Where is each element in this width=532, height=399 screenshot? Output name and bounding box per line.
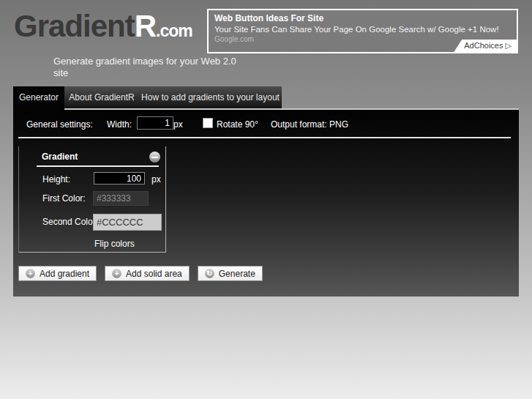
site-tagline: Generate gradient images for your Web 2.… bbox=[53, 56, 240, 80]
gradient-section: Gradient Height: px First Color: Second … bbox=[18, 146, 166, 253]
settings-separator bbox=[18, 137, 511, 138]
minus-bar bbox=[151, 157, 158, 158]
add-gradient-label: Add gradient bbox=[40, 269, 89, 279]
add-solid-area-label: Add solid area bbox=[126, 269, 182, 279]
gradient-section-title: Gradient bbox=[42, 152, 78, 162]
width-label: Width: bbox=[107, 119, 132, 130]
flip-colors-link[interactable]: Flip colors bbox=[94, 239, 135, 249]
tab-howto[interactable]: How to add gradients to your layout bbox=[139, 86, 282, 108]
add-gradient-button[interactable]: + Add gradient bbox=[18, 266, 97, 281]
tab-about[interactable]: About GradientR bbox=[64, 86, 139, 108]
second-color-label: Second Color: bbox=[42, 217, 98, 227]
tab-bar: Generator About GradientR How to add gra… bbox=[13, 86, 282, 108]
plus-icon: + bbox=[112, 269, 121, 278]
generate-button[interactable]: ↻ Generate bbox=[198, 266, 263, 281]
adchoices-button[interactable]: AdChoices ▷ bbox=[454, 40, 517, 52]
generate-label: Generate bbox=[219, 269, 255, 279]
gradient-title-underline bbox=[37, 165, 159, 167]
refresh-icon: ↻ bbox=[205, 269, 214, 278]
height-input[interactable] bbox=[94, 172, 145, 184]
height-label: Height: bbox=[42, 174, 70, 184]
action-buttons: + Add gradient + Add solid area ↻ Genera… bbox=[18, 266, 263, 281]
adchoices-icon: ▷ bbox=[506, 41, 512, 50]
first-color-label: First Color: bbox=[42, 193, 86, 204]
generator-panel: General settings: Width: px Rotate 90° O… bbox=[13, 108, 519, 297]
width-input[interactable] bbox=[137, 116, 173, 130]
add-solid-area-button[interactable]: + Add solid area bbox=[105, 266, 190, 281]
ad-body-text: Your Site Fans Can Share Your Page On Go… bbox=[209, 23, 517, 34]
output-format-label: Output format: PNG bbox=[271, 119, 348, 130]
logo-part-gradient: Gradient bbox=[14, 9, 135, 43]
tab-generator[interactable]: Generator bbox=[13, 86, 64, 111]
collapse-icon[interactable] bbox=[149, 152, 160, 163]
plus-icon: + bbox=[26, 269, 35, 278]
adchoices-label: AdChoices bbox=[464, 41, 503, 50]
first-color-input[interactable] bbox=[93, 191, 149, 206]
page: GradientR.com Generate gradient images f… bbox=[0, 0, 532, 399]
logo-part-com: .com bbox=[156, 21, 192, 40]
logo-part-r: R bbox=[135, 9, 156, 43]
rotate-label: Rotate 90° bbox=[217, 119, 258, 130]
second-color-input[interactable] bbox=[93, 214, 162, 231]
rotate-checkbox[interactable] bbox=[203, 118, 213, 128]
height-unit-label: px bbox=[151, 174, 161, 184]
ad-title[interactable]: Web Button Ideas For Site bbox=[209, 10, 517, 23]
site-logo: GradientR.com bbox=[14, 9, 192, 44]
general-settings-label: General settings: bbox=[26, 119, 93, 130]
ad-banner[interactable]: Web Button Ideas For Site Your Site Fans… bbox=[207, 9, 518, 53]
width-unit-label: px bbox=[173, 119, 183, 130]
